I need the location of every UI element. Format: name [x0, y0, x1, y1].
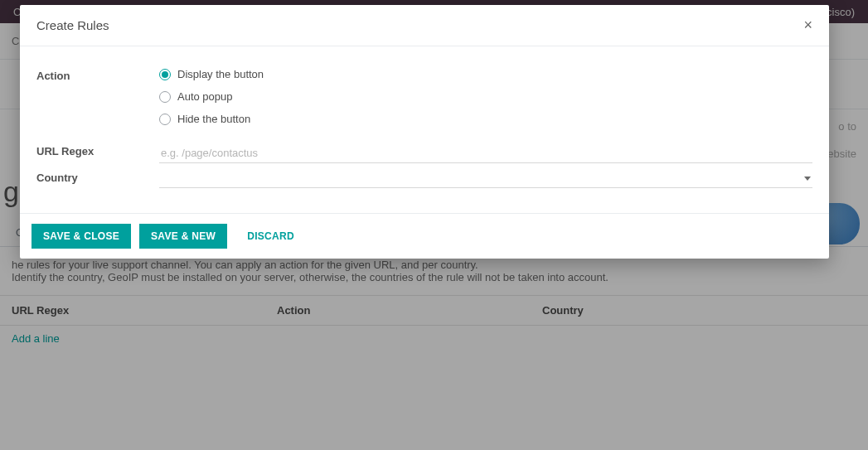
label-country: Country [36, 170, 159, 184]
row-action: Action Display the button Auto popup [36, 68, 812, 125]
create-rules-modal: Create Rules × Action Display the button… [20, 5, 829, 259]
radio-auto-popup[interactable]: Auto popup [159, 90, 812, 103]
chevron-down-icon [804, 177, 811, 181]
discard-button[interactable]: Discard [235, 224, 306, 249]
radio-display-button[interactable]: Display the button [159, 68, 812, 80]
modal-body: Action Display the button Auto popup [20, 46, 829, 213]
label-url-regex: URL Regex [36, 143, 159, 157]
radio-icon [159, 69, 171, 80]
row-url-regex: URL Regex [36, 143, 812, 163]
row-country: Country [36, 170, 812, 188]
save-close-button[interactable]: Save & Close [32, 224, 131, 249]
close-icon[interactable]: × [803, 17, 812, 34]
label-action: Action [36, 68, 159, 82]
radio-label: Display the button [177, 68, 264, 80]
modal-footer: Save & Close Save & New Discard [20, 213, 829, 259]
modal-title: Create Rules [36, 18, 109, 32]
modal-header: Create Rules × [20, 5, 829, 46]
modal-overlay: Create Rules × Action Display the button… [0, 0, 868, 450]
radio-label: Hide the button [177, 113, 250, 125]
action-radio-group: Display the button Auto popup Hide the b… [159, 68, 812, 125]
radio-label: Auto popup [177, 90, 233, 103]
radio-icon [159, 91, 171, 103]
save-new-button[interactable]: Save & New [139, 224, 227, 249]
url-regex-input[interactable] [159, 143, 812, 163]
country-select[interactable] [159, 170, 812, 188]
radio-hide-button[interactable]: Hide the button [159, 113, 812, 125]
radio-icon [159, 114, 171, 125]
